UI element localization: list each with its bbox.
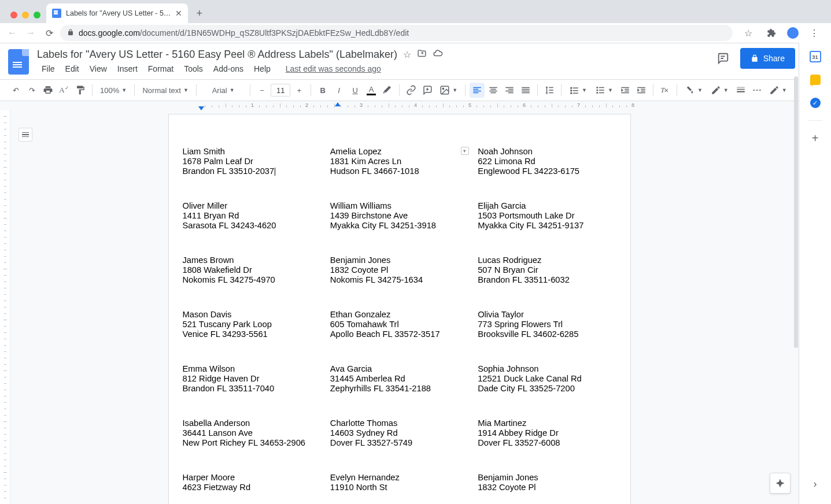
decrease-indent-button[interactable] xyxy=(618,83,633,98)
minimize-window-icon[interactable] xyxy=(22,12,29,18)
label-cell[interactable]: Ethan Gonzalez605 Tomahawk TrlApollo Bea… xyxy=(330,310,468,364)
print-button[interactable] xyxy=(40,83,56,98)
label-cell[interactable]: Oliver Miller1411 Bryan RdSarasota FL 34… xyxy=(183,201,321,255)
menu-format[interactable]: Format xyxy=(143,63,178,75)
label-cell[interactable]: Liam Smith1678 Palm Leaf DrBrandon FL 33… xyxy=(183,147,321,201)
star-icon[interactable]: ☆ xyxy=(403,49,411,60)
move-icon[interactable] xyxy=(417,49,427,61)
label-cell[interactable]: Ava Garcia31445 Amberlea RdZephyrhills F… xyxy=(330,364,468,418)
address-bar[interactable]: docs.google.com/document/d/1BN65WDHp_qSZ… xyxy=(60,25,733,41)
chrome-menu-icon[interactable]: ⋮ xyxy=(807,25,822,40)
google-docs-logo-icon[interactable] xyxy=(8,49,29,75)
scrollbar-thumb[interactable] xyxy=(794,76,798,348)
label-cell[interactable]: Mia Martinez1914 Abbey Ridge DrDover FL … xyxy=(478,418,616,473)
fill-color-button[interactable]: ▼ xyxy=(681,83,706,98)
back-button[interactable]: ← xyxy=(5,25,20,40)
calendar-icon[interactable]: 31 xyxy=(810,51,821,62)
left-indent-marker-icon[interactable] xyxy=(198,106,204,110)
new-tab-button[interactable]: + xyxy=(188,8,210,23)
label-cell[interactable]: Emma Wilson812 Ridge Haven DrBrandon FL … xyxy=(183,364,321,418)
insert-image-button[interactable]: ▼ xyxy=(436,83,461,98)
tasks-icon[interactable]: ✓ xyxy=(810,97,821,109)
insert-link-button[interactable] xyxy=(404,83,419,98)
document-page[interactable]: ▾ Liam Smith1678 Palm Leaf DrBrandon FL … xyxy=(168,114,631,504)
bold-button[interactable]: B xyxy=(315,83,330,98)
extensions-icon[interactable] xyxy=(764,25,779,40)
text-color-button[interactable]: A xyxy=(364,83,379,98)
align-right-button[interactable] xyxy=(502,83,517,98)
font-size-input[interactable]: 11 xyxy=(271,84,290,97)
close-window-icon[interactable] xyxy=(10,12,17,18)
font-size-decrease[interactable]: − xyxy=(254,83,269,98)
browser-tab[interactable]: Labels for "Avery US Letter - 5… ✕ xyxy=(46,3,188,23)
label-cell[interactable]: Benjamin Jones1832 Coyote PlNokomis FL 3… xyxy=(330,255,468,310)
reload-button[interactable]: ⟳ xyxy=(42,25,57,40)
menu-view[interactable]: View xyxy=(85,63,112,75)
highlight-button[interactable] xyxy=(380,83,395,98)
comments-icon[interactable] xyxy=(715,50,731,66)
menu-tools[interactable]: Tools xyxy=(179,63,208,75)
label-cell[interactable]: Sophia Johnson12521 Duck Lake Canal RdDa… xyxy=(478,364,616,418)
label-cell[interactable]: Charlotte Thomas14603 Sydney RdDover FL … xyxy=(330,418,468,473)
border-width-button[interactable] xyxy=(733,83,748,98)
label-cell[interactable]: Harper Moore4623 Fietzway Rd xyxy=(183,473,321,504)
paint-format-button[interactable] xyxy=(73,83,88,98)
border-color-button[interactable]: ▼ xyxy=(707,83,732,98)
labels-table[interactable]: Liam Smith1678 Palm Leaf DrBrandon FL 33… xyxy=(183,147,616,504)
label-cell[interactable]: Noah Johnson622 Limona RdEnglewood FL 34… xyxy=(478,147,616,201)
align-justify-button[interactable] xyxy=(518,83,533,98)
label-cell[interactable]: Isabella Anderson36441 Lanson AveNew Por… xyxy=(183,418,321,473)
underline-button[interactable]: U xyxy=(348,83,363,98)
menu-insert[interactable]: Insert xyxy=(113,63,142,75)
label-cell[interactable]: Lucas Rodriguez507 N Bryan CirBrandon FL… xyxy=(478,255,616,310)
menu-file[interactable]: File xyxy=(37,63,60,75)
align-center-button[interactable] xyxy=(486,83,501,98)
forward-button[interactable]: → xyxy=(23,25,38,40)
border-dash-button[interactable] xyxy=(749,83,764,98)
style-select[interactable]: Normal text▼ xyxy=(139,83,192,98)
label-cell[interactable]: Amelia Lopez1831 Kim Acres LnHudson FL 3… xyxy=(330,147,468,201)
vertical-ruler[interactable] xyxy=(0,110,10,504)
zoom-select[interactable]: 100%▼ xyxy=(97,83,130,98)
close-tab-icon[interactable]: ✕ xyxy=(175,9,182,18)
addons-plus-icon[interactable]: + xyxy=(810,132,821,144)
menu-edit[interactable]: Edit xyxy=(61,63,84,75)
insert-comment-button[interactable] xyxy=(420,83,435,98)
italic-button[interactable]: I xyxy=(331,83,346,98)
document-canvas[interactable]: ▾ Liam Smith1678 Palm Leaf DrBrandon FL … xyxy=(0,110,799,504)
bookmark-star-icon[interactable]: ☆ xyxy=(741,25,756,40)
last-edit-link[interactable]: Last edit was seconds ago xyxy=(281,63,386,75)
outline-toggle-button[interactable] xyxy=(19,128,32,142)
maximize-window-icon[interactable] xyxy=(34,12,40,18)
share-button[interactable]: Share xyxy=(740,48,795,69)
bulleted-list-button[interactable]: ▼ xyxy=(592,83,616,98)
font-select[interactable]: Arial▼ xyxy=(201,83,246,98)
table-cell-menu-icon[interactable]: ▾ xyxy=(461,147,469,155)
label-cell[interactable]: William Williams1439 Birchstone AveMyakk… xyxy=(330,201,468,255)
hide-sidepanel-icon[interactable]: › xyxy=(814,478,817,490)
label-cell[interactable]: Evelyn Hernandez11910 North St xyxy=(330,473,468,504)
increase-indent-button[interactable] xyxy=(634,83,649,98)
label-cell[interactable]: James Brown1808 Wakefield DrNokomis FL 3… xyxy=(183,255,321,310)
redo-button[interactable]: ↷ xyxy=(24,83,39,98)
line-spacing-button[interactable] xyxy=(542,83,557,98)
undo-button[interactable]: ↶ xyxy=(8,83,23,98)
first-line-indent-marker-icon[interactable] xyxy=(335,102,341,106)
editing-mode-button[interactable]: ▼ xyxy=(766,83,791,98)
checklist-button[interactable]: ▼ xyxy=(566,83,590,98)
label-cell[interactable]: Benjamin Jones1832 Coyote Pl xyxy=(478,473,616,504)
menu-addons[interactable]: Add-ons xyxy=(209,63,248,75)
window-controls[interactable] xyxy=(6,12,46,23)
explore-button[interactable] xyxy=(770,473,791,494)
cloud-status-icon[interactable] xyxy=(433,48,443,61)
document-title[interactable]: Labels for "Avery US Letter - 5160 Easy … xyxy=(37,49,397,61)
extension-badge-icon[interactable] xyxy=(787,27,799,39)
label-cell[interactable]: Elijah Garcia1503 Portsmouth Lake DrMyak… xyxy=(478,201,616,255)
label-cell[interactable]: Olivia Taylor773 Spring Flowers TrlBrook… xyxy=(478,310,616,364)
align-left-button[interactable] xyxy=(470,83,485,98)
font-size-increase[interactable]: + xyxy=(291,83,306,98)
clear-formatting-button[interactable]: T✕ xyxy=(658,83,673,98)
spellcheck-button[interactable]: A✓ xyxy=(57,83,72,98)
label-cell[interactable]: Mason Davis521 Tuscany Park LoopVenice F… xyxy=(183,310,321,364)
keep-icon[interactable] xyxy=(810,74,821,86)
